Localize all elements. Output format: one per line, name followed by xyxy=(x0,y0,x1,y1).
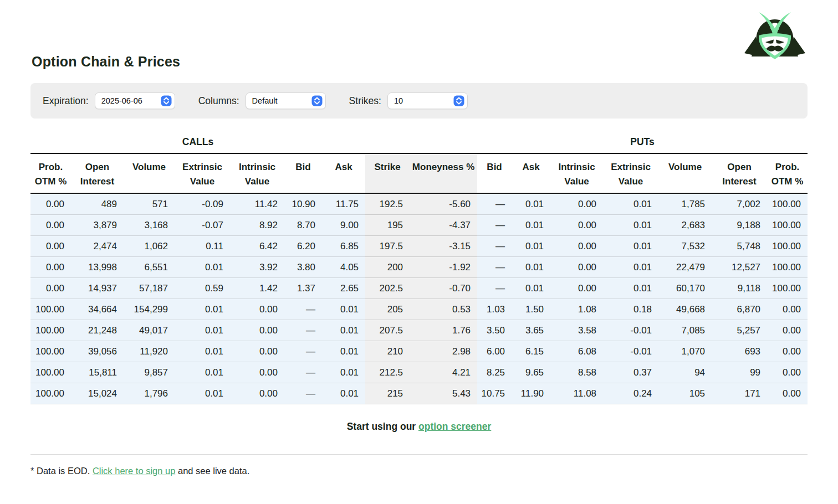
col-header-call-open-interest: Open Interest xyxy=(71,153,124,193)
strike-cell: 212.5 xyxy=(365,362,410,383)
cta-text: Start using our xyxy=(347,421,418,432)
cell: 0.00 xyxy=(230,383,284,404)
col-header-put-extrinsic-value: Extrinsic Value xyxy=(603,153,658,193)
cell: 0.01 xyxy=(322,383,365,404)
cell: 0.01 xyxy=(603,256,658,277)
strike-group-spacer xyxy=(365,133,477,153)
cell: 0.01 xyxy=(603,277,658,299)
cell: 3.80 xyxy=(284,256,322,277)
cell: 11.08 xyxy=(550,383,603,404)
updown-stepper-icon xyxy=(311,95,323,106)
cell: 0.00 xyxy=(30,214,71,235)
cell: 0.00 xyxy=(230,341,284,362)
cell: 9.65 xyxy=(512,362,550,383)
cell: 1,070 xyxy=(658,341,712,362)
cell: 1,796 xyxy=(124,383,175,404)
cell: 0.01 xyxy=(512,277,550,299)
strike-cell: 202.5 xyxy=(365,277,410,299)
strike-cell: 197.5 xyxy=(365,235,410,256)
cell: 60,170 xyxy=(658,277,712,299)
columns-label: Columns: xyxy=(198,95,239,107)
col-header-strike: Strike xyxy=(365,153,410,193)
cell: 0.37 xyxy=(603,362,658,383)
strikes-select[interactable]: 10 xyxy=(387,92,468,109)
cell: 105 xyxy=(658,383,712,404)
cell: 6.42 xyxy=(230,235,284,256)
cell: 0.24 xyxy=(603,383,658,404)
columns-filter-group: Columns: Default xyxy=(198,92,326,109)
updown-stepper-icon xyxy=(453,95,464,106)
cell: 1.03 xyxy=(477,299,512,320)
col-header-put-intrinsic-value: Intrinsic Value xyxy=(550,153,603,193)
cell: 693 xyxy=(712,341,767,362)
cell: 3.58 xyxy=(550,320,603,341)
cell: 6.15 xyxy=(512,341,550,362)
cell: 7,085 xyxy=(658,320,712,341)
table-row: 0.00 14,937 57,187 0.59 1.42 1.37 2.65 2… xyxy=(30,277,808,299)
cell: 0.00 xyxy=(767,341,808,362)
cell: 7,002 xyxy=(712,193,767,215)
cell: 0.01 xyxy=(175,256,230,277)
cell: 0.00 xyxy=(767,299,808,320)
col-header-put-open-interest: Open Interest xyxy=(712,153,767,193)
table-row: 100.00 15,811 9,857 0.01 0.00 — 0.01 212… xyxy=(30,362,808,383)
footer-text-suffix: and see live data. xyxy=(175,466,249,476)
option-chain-table: CALLs PUTs Prob. OTM % Open Interest Vol… xyxy=(30,133,808,404)
cell: 0.01 xyxy=(322,362,365,383)
cta-line: Start using our option screener xyxy=(30,421,808,433)
cell: 9.00 xyxy=(322,214,365,235)
cell: 3.50 xyxy=(477,320,512,341)
cell: 12,527 xyxy=(712,256,767,277)
cell: 0.01 xyxy=(322,320,365,341)
strike-cell: 195 xyxy=(365,214,410,235)
cell: 9,118 xyxy=(712,277,767,299)
cell: 10.90 xyxy=(284,193,322,215)
cell: -0.01 xyxy=(603,341,658,362)
expiration-select[interactable]: 2025-06-06 xyxy=(95,92,175,109)
col-header-put-bid: Bid xyxy=(477,153,512,193)
cell: 1,062 xyxy=(124,235,175,256)
option-screener-link[interactable]: option screener xyxy=(418,421,491,432)
moneyness-cell: 1.76 xyxy=(410,320,477,341)
cell: -0.01 xyxy=(603,320,658,341)
cell: 5,257 xyxy=(712,320,767,341)
footer-divider xyxy=(30,454,808,455)
cell: 0.01 xyxy=(175,383,230,404)
cell: 0.00 xyxy=(30,235,71,256)
col-header-moneyness: Moneyness % xyxy=(410,153,477,193)
cell: 10.75 xyxy=(477,383,512,404)
cell: 3.92 xyxy=(230,256,284,277)
cell: 489 xyxy=(71,193,124,215)
cell: — xyxy=(477,193,512,215)
cell: 15,811 xyxy=(71,362,124,383)
cell: 100.00 xyxy=(30,362,71,383)
cell: 0.01 xyxy=(175,299,230,320)
table-row: 0.00 3,879 3,168 -0.07 8.92 8.70 9.00 19… xyxy=(30,214,808,235)
cell: — xyxy=(284,383,322,404)
table-row: 0.00 13,998 6,551 0.01 3.92 3.80 4.05 20… xyxy=(30,256,808,277)
columns-select[interactable]: Default xyxy=(246,92,326,109)
cell: 8.25 xyxy=(477,362,512,383)
cell: 154,299 xyxy=(124,299,175,320)
col-header-call-extrinsic-value: Extrinsic Value xyxy=(175,153,230,193)
moneyness-cell: -0.70 xyxy=(410,277,477,299)
cell: 100.00 xyxy=(30,320,71,341)
cell: 571 xyxy=(124,193,175,215)
cell: 0.00 xyxy=(550,193,603,215)
col-header-call-ask: Ask xyxy=(322,153,365,193)
sign-up-link[interactable]: Click here to sign up xyxy=(93,466,176,476)
cell: 0.00 xyxy=(30,277,71,299)
cell: — xyxy=(477,256,512,277)
cell: — xyxy=(284,362,322,383)
cell: — xyxy=(477,235,512,256)
cell: 100.00 xyxy=(767,256,808,277)
cell: 57,187 xyxy=(124,277,175,299)
cell: 0.01 xyxy=(175,320,230,341)
cell: 6,551 xyxy=(124,256,175,277)
table-body: 0.00 489 571 -0.09 11.42 10.90 11.75 192… xyxy=(30,193,808,404)
cell: 21,248 xyxy=(71,320,124,341)
cell: 22,479 xyxy=(658,256,712,277)
cell: 100.00 xyxy=(767,235,808,256)
cell: 3,168 xyxy=(124,214,175,235)
cell: 0.01 xyxy=(512,235,550,256)
